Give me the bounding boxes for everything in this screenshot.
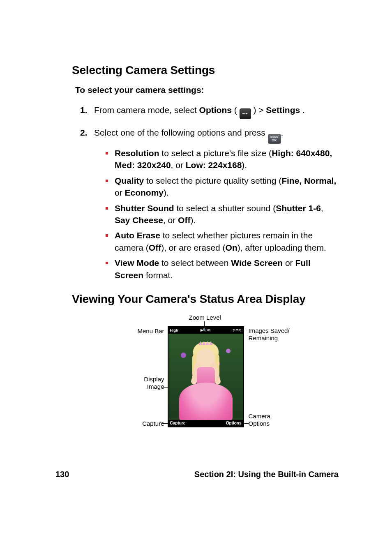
text: ). xyxy=(242,160,247,170)
step-1: 1. From camera mode, select Options ( ) … xyxy=(80,104,339,119)
text: to select a picture's file size ( xyxy=(159,148,272,158)
camera-status-bar: High ▶🔍 01 [1/39] xyxy=(168,327,243,334)
value: Say Cheese xyxy=(115,215,163,225)
label-camera-options: Camera Options xyxy=(249,413,270,427)
bullet-auto-erase: Auto Erase to select whether pictures re… xyxy=(106,229,339,254)
section-title-footer: Section 2I: Using the Built-in Camera xyxy=(194,470,339,479)
settings-label: Settings xyxy=(266,105,300,115)
leader-line xyxy=(243,331,249,331)
label-images-saved-remaining: Images Saved/ Remaining xyxy=(249,327,290,342)
heading-selecting-camera-settings: Selecting Camera Settings xyxy=(72,64,339,77)
label-menu-bar: Menu Bar xyxy=(137,328,164,335)
leader-line xyxy=(243,423,249,424)
bullet-quality: Quality to select the picture quality se… xyxy=(106,175,339,199)
label-zoom-level: Zoom Level xyxy=(189,314,221,321)
text: , or xyxy=(171,160,186,170)
text: From camera mode, select xyxy=(94,105,199,115)
label: Shutter Sound xyxy=(115,203,174,213)
value: On xyxy=(226,243,238,252)
text: to select a shutter sound ( xyxy=(174,203,276,213)
status-resolution: High xyxy=(170,328,178,332)
text: Select one of the following options and … xyxy=(94,128,268,137)
value: Off xyxy=(178,215,190,225)
options-bullets: Resolution to select a picture's file si… xyxy=(106,147,339,281)
label: Auto Erase xyxy=(115,231,160,240)
text: Options xyxy=(249,420,270,427)
text: . xyxy=(281,128,284,137)
value: Shutter 1-6 xyxy=(276,203,321,213)
text: Remaining xyxy=(249,334,278,341)
value: Off xyxy=(149,243,161,252)
softkey-options: Options xyxy=(226,421,242,425)
options-label: Options xyxy=(199,105,232,115)
text: ), after uploading them. xyxy=(238,243,326,252)
bullet-view-mode: View Mode to select between Wide Screen … xyxy=(106,257,339,281)
bullet-resolution: Resolution to select a picture's file si… xyxy=(106,147,339,171)
subheading-to-select: To select your camera settings: xyxy=(75,85,339,95)
text: to select the picture quality setting ( xyxy=(144,176,281,185)
value: Low: 224x168 xyxy=(186,160,242,170)
value: Economy xyxy=(125,188,164,197)
value: Fine, Normal, xyxy=(281,176,336,185)
page-footer: 130 Section 2I: Using the Built-in Camer… xyxy=(55,470,339,479)
steps-list: 1. From camera mode, select Options ( ) … xyxy=(80,104,339,284)
step-number: 2. xyxy=(80,127,94,138)
softkey-icon xyxy=(240,108,251,119)
text: Camera xyxy=(249,413,270,420)
status-counter: [1/39] xyxy=(233,328,242,332)
status-area-diagram: Zoom Level Menu Bar Display Image Captur… xyxy=(97,314,314,441)
text: . xyxy=(300,105,305,115)
step-2: 2. Select one of the following options a… xyxy=(80,127,339,284)
text: ). xyxy=(190,215,196,225)
text: Display xyxy=(144,376,164,383)
label-display-image: Display Image xyxy=(144,376,164,390)
text: format. xyxy=(143,270,173,280)
step-number: 1. xyxy=(80,104,94,116)
text: or xyxy=(115,188,125,197)
camera-softkey-bar: Capture Options xyxy=(168,420,243,427)
text: ). xyxy=(164,188,169,197)
text: , xyxy=(321,203,323,213)
heading-viewing-status-area: Viewing Your Camera's Status Area Displa… xyxy=(72,293,339,306)
softkey-capture: Capture xyxy=(170,421,186,425)
label: Quality xyxy=(115,176,144,185)
text: to select between xyxy=(159,258,231,268)
bullet-shutter-sound: Shutter Sound to select a shutter sound … xyxy=(106,202,339,226)
step-body: From camera mode, select Options ( ) > S… xyxy=(94,104,339,119)
text: ( xyxy=(232,105,240,115)
label: Resolution xyxy=(115,148,159,158)
label: View Mode xyxy=(115,258,159,268)
text: ), or are erased ( xyxy=(161,243,225,252)
label-capture: Capture xyxy=(142,420,164,427)
status-zoom-indicator: ▶🔍 01 xyxy=(178,328,233,332)
value: Wide Screen xyxy=(231,258,283,268)
camera-screen: High ▶🔍 01 [1/39] Capture Options xyxy=(168,326,244,427)
text: Images Saved/ xyxy=(249,327,290,334)
text: Image xyxy=(147,383,164,390)
menu-ok-icon: MENUOK xyxy=(268,134,281,144)
page-number: 130 xyxy=(55,470,69,479)
text: ) > xyxy=(251,105,266,115)
camera-viewfinder xyxy=(168,334,243,420)
text: , or xyxy=(163,215,178,225)
step-body: Select one of the following options and … xyxy=(94,127,339,284)
text: or xyxy=(283,258,295,268)
